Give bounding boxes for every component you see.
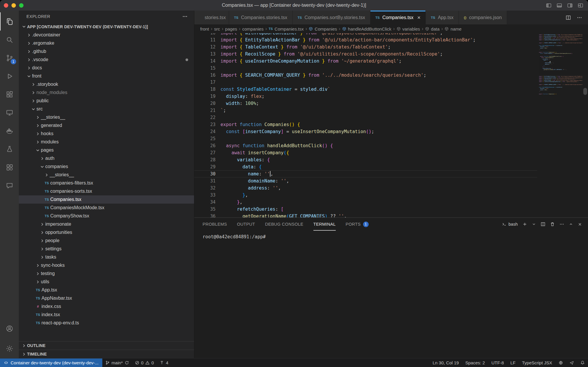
code-line-34[interactable]: 34 }, [194,199,537,206]
tree-folder-.devcontainer[interactable]: .devcontainer [19,31,194,39]
code-line-20[interactable]: 20 width: 100%; [194,100,537,107]
breadcrumb-item-pages[interactable]: pages [225,26,237,31]
encoding-status[interactable]: UTF-8 [488,358,507,367]
tab-stories.tsx[interactable]: stories.tsx [194,11,229,24]
git-branch-status[interactable]: main* [102,358,132,367]
testing-icon[interactable] [0,140,19,158]
tree-folder-pages[interactable]: pages [19,146,194,154]
toggle-secondary-sidebar-icon[interactable] [567,3,573,8]
tree-folder-.vscode[interactable]: .vscode [19,56,194,64]
tree-folder-modules[interactable]: modules [19,138,194,146]
tree-folder-testing[interactable]: testing [19,269,194,278]
breadcrumb-item-Companies[interactable]: Companies [309,26,337,31]
tree-file-CompanyShow.tsx[interactable]: TSCompanyShow.tsx [19,212,194,220]
outline-section-header[interactable]: OUTLINE [19,341,194,350]
breadcrumb-item-src[interactable]: src [214,26,220,31]
tree-folder-.storybook[interactable]: .storybook [19,80,194,88]
docker-icon[interactable] [0,122,19,140]
tree-folder-.github[interactable]: .github [19,47,194,56]
code-editor[interactable]: 10import { WithTopBarContainer } from '@… [194,33,588,217]
code-line-33[interactable]: 33 }, [194,192,537,199]
tree-folder-impersonate[interactable]: impersonate [19,220,194,228]
indentation-status[interactable]: Spaces: 2 [462,358,488,367]
tree-folder-__stories__[interactable]: __stories__ [19,113,194,121]
eol-status[interactable]: LF [507,358,519,367]
problems-status[interactable]: 0 0 [132,358,157,367]
code-line-14[interactable]: 14import { useInsertOneCompanyMutation }… [194,58,537,65]
code-line-16[interactable]: 16import { SEARCH_COMPANY_QUERY } from '… [194,72,537,79]
tree-file-Companies.tsx[interactable]: TSCompanies.tsx [19,195,194,204]
terminal-shell-selector[interactable]: bash [502,222,518,227]
github-actions-icon[interactable] [0,158,19,176]
explorer-icon[interactable] [0,12,19,31]
breadcrumb-item-companies[interactable]: companies [242,26,264,31]
panel-tab-terminal[interactable]: TERMINAL [313,218,336,231]
tree-file-companies-sorts.tsx[interactable]: TScompanies-sorts.tsx [19,187,194,195]
code-line-25[interactable]: 25 [194,135,537,142]
panel-more-actions-icon[interactable] [559,222,564,227]
forwarded-ports-status[interactable]: 4 [157,358,171,367]
code-line-29[interactable]: 29 data: { [194,163,537,170]
split-editor-icon[interactable] [566,15,571,20]
tree-file-index.css[interactable]: #index.css [19,302,194,311]
code-line-13[interactable]: 13import { RecoilScope } from '@/ui/util… [194,51,537,58]
code-line-12[interactable]: 12import { TableContext } from '@/ui/tab… [194,43,537,51]
code-line-32[interactable]: 32 address: '', [194,185,537,192]
tree-folder-settings[interactable]: settings [19,245,194,253]
tree-file-App.tsx[interactable]: TSApp.tsx [19,286,194,294]
code-line-10[interactable]: 10import { WithTopBarContainer } from '@… [194,33,537,36]
code-line-15[interactable]: 15 [194,65,537,72]
tab-companies.json[interactable]: {}companies.json [459,11,507,24]
close-tab-icon[interactable]: × [417,15,420,20]
code-line-36[interactable]: 36 getOperationName(GET_COMPANIES) ?? ''… [194,213,537,217]
tree-file-index.tsx[interactable]: TSindex.tsx [19,311,194,319]
code-line-24[interactable]: 24 const [insertCompany] = useInsertOneC… [194,128,537,135]
code-line-19[interactable]: 19 display: flex; [194,93,537,100]
remote-explorer-icon[interactable] [0,103,19,122]
code-line-27[interactable]: 27 await insertCompany({ [194,149,537,156]
tree-folder-tasks[interactable]: tasks [19,253,194,261]
code-line-31[interactable]: 31 domainName: '', [194,177,537,185]
tree-folder-docs[interactable]: docs [19,64,194,72]
minimize-window-button[interactable] [11,3,16,8]
tree-folder-src[interactable]: src [19,105,194,113]
search-icon[interactable] [0,31,19,49]
notifications-bell-icon[interactable] [577,358,588,367]
timeline-section-header[interactable]: TIMELINE [19,350,194,358]
settings-gear-icon[interactable] [0,339,19,358]
kill-terminal-icon[interactable] [550,222,555,227]
tree-file-react-app-env.d.ts[interactable]: TSreact-app-env.d.ts [19,319,194,327]
breadcrumb-item-Companies.tsx[interactable]: TSCompanies.tsx [269,26,304,31]
terminal-output[interactable]: root@0a42ecd84891:/app# [194,231,588,239]
tree-folder-front[interactable]: front [19,72,194,80]
tab-Companies.stories.tsx[interactable]: TSCompanies.stories.tsx [229,11,293,24]
customize-layout-icon[interactable] [578,3,583,8]
language-mode-status[interactable]: TypeScript JSX [519,358,555,367]
tree-file-CompaniesMockMode.tsx[interactable]: TSCompaniesMockMode.tsx [19,204,194,212]
tree-file-AppNavbar.tsx[interactable]: TSAppNavbar.tsx [19,294,194,302]
code-line-17[interactable]: 17 [194,79,537,86]
new-terminal-icon[interactable] [522,222,527,227]
tab-Companies.sortBy.stories.tsx[interactable]: TSCompanies.sortBy.stories.tsx [293,11,370,24]
close-window-button[interactable] [4,3,8,8]
code-line-35[interactable]: 35 refetchQueries: [ [194,206,537,213]
panel-tab-ports[interactable]: PORTS1 [346,218,369,231]
tree-file-companies-filters.tsx[interactable]: TScompanies-filters.tsx [19,179,194,187]
code-line-18[interactable]: 18const StyledTableContainer = styled.di… [194,86,537,93]
code-line-23[interactable]: 23export function Companies() { [194,121,537,128]
language-status-icon[interactable] [555,358,566,367]
accounts-icon[interactable] [0,319,19,338]
panel-tab-debug-console[interactable]: DEBUG CONSOLE [265,218,303,231]
tree-folder-node_modules[interactable]: node_modules [19,88,194,97]
panel-tab-problems[interactable]: PROBLEMS [203,218,227,231]
tree-folder-people[interactable]: people [19,237,194,245]
cursor-position-status[interactable]: Ln 30, Col 19 [429,358,462,367]
zoom-window-button[interactable] [19,3,24,8]
close-panel-icon[interactable] [578,222,582,227]
code-line-30[interactable]: 30 name: '', [194,170,537,177]
breadcrumb-item-data[interactable]: data [425,26,440,31]
run-debug-icon[interactable] [0,67,19,85]
tab-Companies.tsx[interactable]: TSCompanies.tsx× [370,11,426,24]
breadcrumb-item-name[interactable]: name [445,26,462,31]
editor-more-actions-icon[interactable] [577,15,582,20]
